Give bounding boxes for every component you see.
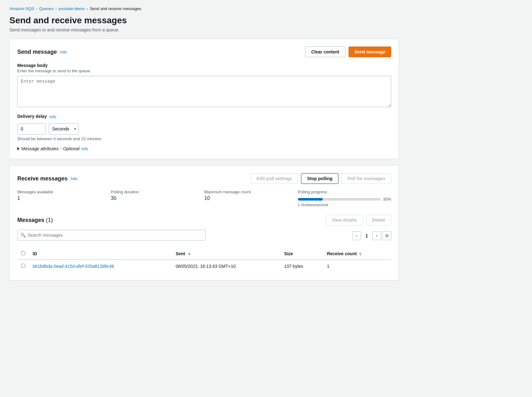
- messages-actions: View details Delete: [326, 215, 391, 225]
- progress-rate: 1 receives/second: [298, 203, 392, 207]
- page-subtitle: Send messages to and receive messages fr…: [9, 27, 399, 32]
- messages-table: ID Sent ▼ Size Receive count ▽: [17, 248, 391, 273]
- progress-bar-row: 30%: [298, 197, 392, 201]
- message-id-link[interactable]: b61b8bda-0ead-415d-afef-035a813d9c46: [33, 264, 114, 269]
- max-message-count-value: 10: [204, 196, 298, 201]
- page-title: Send and receive messages: [9, 15, 399, 25]
- stat-max-message-count: Maximum message count 10: [204, 190, 298, 207]
- breadcrumb-sqs[interactable]: Amazon SQS: [9, 6, 34, 11]
- th-receive-count-label: Receive count: [327, 251, 357, 256]
- pagination-next-button[interactable]: ›: [372, 231, 381, 240]
- th-sent[interactable]: Sent ▼: [172, 248, 280, 260]
- progress-percent: 30%: [383, 197, 391, 201]
- th-checkbox: [17, 248, 29, 260]
- send-message-header-left: Send message Info: [17, 49, 67, 55]
- receive-messages-header: Receive messages Info Edit poll settings…: [17, 173, 391, 184]
- message-attributes-info-link[interactable]: Info: [81, 146, 88, 151]
- stop-polling-button[interactable]: Stop polling: [301, 173, 338, 184]
- breadcrumb-current: Send and receive messages: [90, 6, 141, 11]
- row-checkbox[interactable]: [21, 264, 25, 268]
- row-sent-cell: 06/05/2022, 16:13:43 GMT+10: [172, 260, 280, 273]
- stat-polling-duration: Polling duration 30: [111, 190, 205, 207]
- pagination: ‹ 1 › ⚙: [352, 231, 391, 240]
- delivery-delay-info-link[interactable]: Info: [49, 114, 56, 119]
- table-body: b61b8bda-0ead-415d-afef-035a813d9c46 06/…: [17, 260, 391, 273]
- progress-bar-fill: [298, 198, 323, 201]
- messages-available-label: Messages available: [17, 190, 111, 194]
- send-message-title: Send message: [17, 49, 57, 55]
- view-details-button[interactable]: View details: [326, 215, 363, 225]
- message-body-label: Message body: [17, 63, 391, 68]
- message-attributes-optional: - Optional: [60, 146, 80, 151]
- th-sent-label: Sent: [176, 251, 185, 256]
- messages-header: Messages (1) View details Delete: [17, 215, 391, 225]
- delivery-unit-wrapper: Seconds Minutes: [49, 123, 79, 135]
- delivery-delay-label: Delivery delay: [17, 114, 47, 119]
- send-message-button[interactable]: Send message: [348, 47, 391, 57]
- sent-sort-icon: ▼: [188, 252, 191, 256]
- messages-title-text: Messages: [17, 217, 44, 223]
- delivery-row: Seconds Minutes: [17, 123, 391, 135]
- pagination-current: 1: [362, 231, 371, 240]
- send-message-header: Send message Info Clear content Send mes…: [17, 47, 391, 57]
- breadcrumb-youtube-demo[interactable]: youtube-demo: [58, 6, 85, 11]
- poll-for-messages-button[interactable]: Poll for messages: [342, 173, 391, 184]
- table-row: b61b8bda-0ead-415d-afef-035a813d9c46 06/…: [17, 260, 391, 273]
- messages-title: Messages (1): [17, 217, 53, 223]
- receive-messages-title: Receive messages: [17, 175, 68, 182]
- th-receive-count[interactable]: Receive count ▽: [323, 248, 391, 260]
- stat-polling-progress: Polling progress 30% 1 receives/second: [298, 190, 392, 207]
- row-size-cell: 107 bytes: [280, 260, 323, 273]
- select-all-checkbox[interactable]: [21, 251, 25, 255]
- max-message-count-label: Maximum message count: [204, 190, 298, 194]
- search-wrapper: 🔍: [17, 230, 206, 240]
- message-attributes-label: Message attributes: [21, 146, 58, 151]
- receive-count-sort-icon: ▽: [359, 252, 362, 256]
- delete-button[interactable]: Delete: [366, 215, 391, 225]
- triangle-right-icon: [17, 147, 19, 150]
- message-attributes-toggle[interactable]: Message attributes - Optional Info: [17, 146, 391, 151]
- progress-bar-track: [298, 198, 381, 201]
- row-checkbox-cell: [17, 260, 29, 273]
- breadcrumb-sep-3: ›: [86, 7, 88, 11]
- stat-messages-available: Messages available 1: [17, 190, 111, 207]
- clear-content-button[interactable]: Clear content: [305, 47, 345, 57]
- receive-messages-actions: Edit poll settings Stop polling Poll for…: [251, 173, 391, 184]
- breadcrumb-sep-2: ›: [55, 7, 57, 11]
- search-input[interactable]: [17, 230, 206, 240]
- polling-progress-label: Polling progress: [298, 190, 392, 194]
- send-message-actions: Clear content Send message: [305, 47, 391, 57]
- th-id: ID: [29, 248, 172, 260]
- delivery-delay-field: Delivery delay Info Seconds Minutes Shou…: [17, 114, 391, 141]
- pagination-prev-button[interactable]: ‹: [352, 231, 361, 240]
- messages-count: (1): [46, 217, 53, 223]
- message-body-input[interactable]: [17, 76, 391, 107]
- messages-available-value: 1: [17, 196, 111, 201]
- message-body-hint: Enter the message to send to the queue.: [17, 69, 391, 73]
- receive-stats: Messages available 1 Polling duration 30…: [17, 190, 391, 207]
- delivery-unit-select[interactable]: Seconds Minutes: [49, 123, 79, 135]
- receive-messages-info-link[interactable]: Info: [71, 176, 78, 181]
- th-size: Size: [280, 248, 323, 260]
- polling-duration-value: 30: [111, 196, 205, 201]
- search-icon: 🔍: [20, 233, 26, 238]
- breadcrumb-queues[interactable]: Queues: [39, 6, 54, 11]
- delivery-hint: Should be between 0 seconds and 15 minut…: [17, 136, 391, 141]
- receive-messages-header-left: Receive messages Info: [17, 175, 78, 182]
- row-receive-count-cell: 1: [323, 260, 391, 273]
- row-id-cell: b61b8bda-0ead-415d-afef-035a813d9c46: [29, 260, 172, 273]
- polling-duration-label: Polling duration: [111, 190, 205, 194]
- message-body-field: Message body Enter the message to send t…: [17, 63, 391, 108]
- edit-poll-settings-button[interactable]: Edit poll settings: [251, 173, 298, 184]
- breadcrumb: Amazon SQS › Queues › youtube-demo › Sen…: [9, 6, 399, 11]
- delivery-number-input[interactable]: [17, 123, 46, 135]
- receive-messages-card: Receive messages Info Edit poll settings…: [9, 165, 399, 280]
- send-message-info-link[interactable]: Info: [60, 50, 67, 54]
- messages-section: Messages (1) View details Delete 🔍 ‹ 1 ›: [17, 215, 391, 273]
- settings-icon[interactable]: ⚙: [382, 231, 391, 240]
- table-header: ID Sent ▼ Size Receive count ▽: [17, 248, 391, 260]
- delivery-delay-label-row: Delivery delay Info: [17, 114, 391, 119]
- search-pagination-row: 🔍 ‹ 1 › ⚙: [17, 230, 391, 245]
- breadcrumb-sep-1: ›: [36, 7, 37, 11]
- table-header-row: ID Sent ▼ Size Receive count ▽: [17, 248, 391, 260]
